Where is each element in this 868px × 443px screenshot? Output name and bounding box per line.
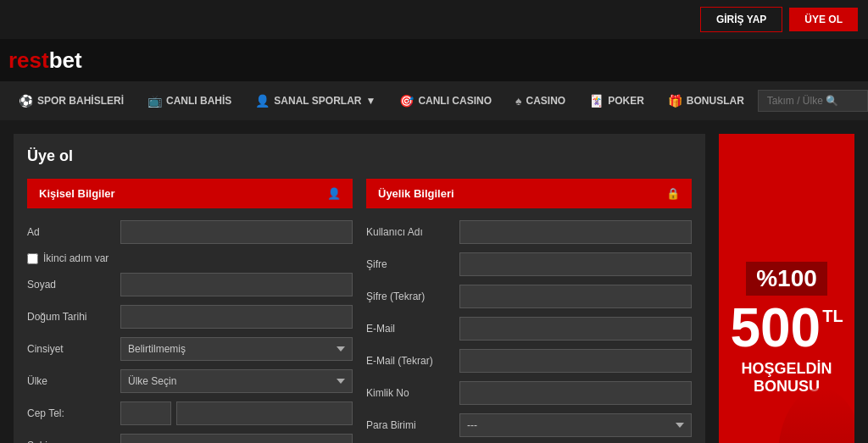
kullanici-adi-row: Kullanıcı Adı	[366, 220, 692, 244]
nav-right: 🔓 ENGELSİZ ERİŞİM	[758, 85, 868, 117]
nav-spor-label: SPOR BAHİSLERİ	[37, 95, 124, 107]
form-columns: Kişisel Bilgiler 👤 Ad İkinci adım var So…	[27, 179, 692, 443]
kisisel-header-label: Kişisel Bilgiler	[39, 187, 115, 200]
cep-tel-row: Cep Tel:	[27, 401, 353, 425]
ikinci-adim-row: İkinci adım var	[27, 252, 353, 264]
logo[interactable]: restbet	[8, 47, 82, 74]
para-birimi-row: Para Birimi --- TRY EUR USD	[366, 413, 692, 437]
kisisel-section-header: Kişisel Bilgiler 👤	[27, 179, 353, 208]
sifre-row: Şifre	[366, 252, 692, 276]
sifre-tekrar-label: Şifre (Tekrar)	[366, 291, 459, 302]
para-birimi-label: Para Birimi	[366, 419, 459, 431]
para-birimi-select[interactable]: --- TRY EUR USD	[459, 413, 692, 437]
kullanici-adi-label: Kullanıcı Adı	[366, 226, 459, 238]
cinsiyet-select[interactable]: Belirtilmemiş Erkek Kadın	[120, 337, 353, 361]
dogum-tarihi-input[interactable]	[120, 305, 353, 329]
logo-rest: rest	[8, 47, 49, 73]
uyelik-header-label: Üyelik Bilgileri	[378, 187, 454, 200]
casino-icon: ♠	[515, 94, 521, 108]
email-tekrar-input[interactable]	[459, 349, 692, 373]
page-title: Üye ol	[27, 147, 692, 165]
ad-row: Ad	[27, 220, 353, 244]
phone-row	[120, 401, 353, 425]
ulke-label: Ülke	[27, 375, 120, 387]
uye-ol-button[interactable]: ÜYE OL	[789, 8, 858, 31]
top-bar: GİRİŞ YAP ÜYE OL	[0, 0, 868, 39]
soyad-input[interactable]	[120, 273, 353, 296]
email-tekrar-row: E-Mail (Tekrar)	[366, 349, 692, 373]
canli-bahis-icon: 📺	[147, 94, 162, 108]
phone-code-input[interactable]	[120, 401, 171, 425]
search-input[interactable]	[758, 90, 868, 112]
nav-spor[interactable]: ⚽ SPOR BAHİSLERİ	[8, 81, 134, 120]
ad-amount: 500	[730, 301, 821, 355]
email-row: E-Mail	[366, 317, 692, 341]
ad-label: Ad	[27, 226, 120, 238]
header: restbet	[0, 39, 868, 81]
nav-bonuslar[interactable]: 🎁 BONUSLAR	[658, 81, 754, 120]
ad-input[interactable]	[120, 220, 353, 244]
nav-canli-casino[interactable]: 🎯 CANLI CASINO	[389, 81, 502, 120]
sidebar-ad: %100 500 TL HOŞGELDİN BONUSU	[719, 134, 854, 443]
sifre-tekrar-row: Şifre (Tekrar)	[366, 285, 692, 308]
ad-amount-container: 500 TL	[730, 301, 843, 355]
ikinci-adim-checkbox[interactable]	[27, 253, 38, 264]
nav-poker-label: POKER	[608, 95, 644, 107]
dogum-tarihi-label: Doğum Tarihi	[27, 311, 120, 323]
nav-sanal[interactable]: 👤 SANAL SPORLAR ▼	[245, 81, 386, 120]
ad-figure	[778, 388, 854, 443]
lock-icon-header: 🔒	[666, 187, 680, 200]
nav-sanal-label: SANAL SPORLAR	[274, 95, 361, 107]
nav-canli-bahis[interactable]: 📺 CANLI BAHİS	[137, 81, 242, 120]
ulke-select[interactable]: Ülke Seçin	[120, 369, 353, 393]
person-icon: 👤	[327, 187, 341, 200]
cinsiyet-row: Cinsiyet Belirtilmemiş Erkek Kadın	[27, 337, 353, 361]
email-tekrar-label: E-Mail (Tekrar)	[366, 355, 459, 367]
soyad-row: Soyad	[27, 273, 353, 296]
nav-casino[interactable]: ♠ CASINO	[505, 81, 576, 120]
logo-bet: bet	[49, 47, 82, 73]
phone-number-input[interactable]	[176, 401, 353, 425]
email-label: E-Mail	[366, 323, 459, 335]
cep-tel-label: Cep Tel:	[27, 407, 120, 419]
nav-bonuslar-label: BONUSLAR	[687, 95, 744, 107]
kimlik-no-row: Kimlik No	[366, 381, 692, 405]
form-area: Üye ol Kişisel Bilgiler 👤 Ad İkinci adım…	[14, 134, 705, 443]
kullanici-adi-input[interactable]	[459, 220, 692, 244]
bonuslar-icon: 🎁	[668, 94, 682, 108]
main-content: Üye ol Kişisel Bilgiler 👤 Ad İkinci adım…	[0, 120, 868, 443]
ikinci-adim-label: İkinci adım var	[43, 252, 108, 264]
giris-button[interactable]: GİRİŞ YAP	[700, 7, 782, 32]
sehir-input[interactable]	[120, 434, 353, 443]
ad-percent: %100	[746, 262, 827, 296]
sehir-label: Şehir	[27, 440, 120, 443]
sanal-icon: 👤	[255, 94, 270, 108]
sifre-input[interactable]	[459, 252, 692, 276]
chevron-down-icon: ▼	[365, 95, 376, 107]
soyad-label: Soyad	[27, 279, 120, 291]
kimlik-no-input[interactable]	[459, 381, 692, 405]
cinsiyet-label: Cinsiyet	[27, 343, 120, 355]
kimlik-no-label: Kimlik No	[366, 387, 459, 399]
sifre-tekrar-input[interactable]	[459, 285, 692, 308]
canli-casino-icon: 🎯	[399, 94, 414, 108]
ad-text1: HOŞGELDİN	[741, 360, 832, 378]
uyelik-bilgileri-col: Üyelik Bilgileri 🔒 Kullanıcı Adı Şifre Ş…	[366, 179, 692, 443]
nav-canli-bahis-label: CANLI BAHİS	[166, 95, 231, 107]
ulke-row: Ülke Ülke Seçin	[27, 369, 353, 393]
spor-icon: ⚽	[19, 94, 33, 108]
sehir-row: Şehir	[27, 434, 353, 443]
nav-canli-casino-label: CANLI CASINO	[418, 95, 492, 107]
nav-casino-label: CASINO	[526, 95, 565, 107]
dogum-tarihi-row: Doğum Tarihi	[27, 305, 353, 329]
nav-poker[interactable]: 🃏 POKER	[579, 81, 654, 120]
email-input[interactable]	[459, 317, 692, 341]
navigation: ⚽ SPOR BAHİSLERİ 📺 CANLI BAHİS 👤 SANAL S…	[0, 81, 868, 120]
poker-icon: 🃏	[589, 94, 604, 108]
ad-tl: TL	[822, 307, 843, 324]
kisisel-bilgiler-col: Kişisel Bilgiler 👤 Ad İkinci adım var So…	[27, 179, 353, 443]
sifre-label: Şifre	[366, 258, 459, 270]
uyelik-section-header: Üyelik Bilgileri 🔒	[366, 179, 692, 208]
